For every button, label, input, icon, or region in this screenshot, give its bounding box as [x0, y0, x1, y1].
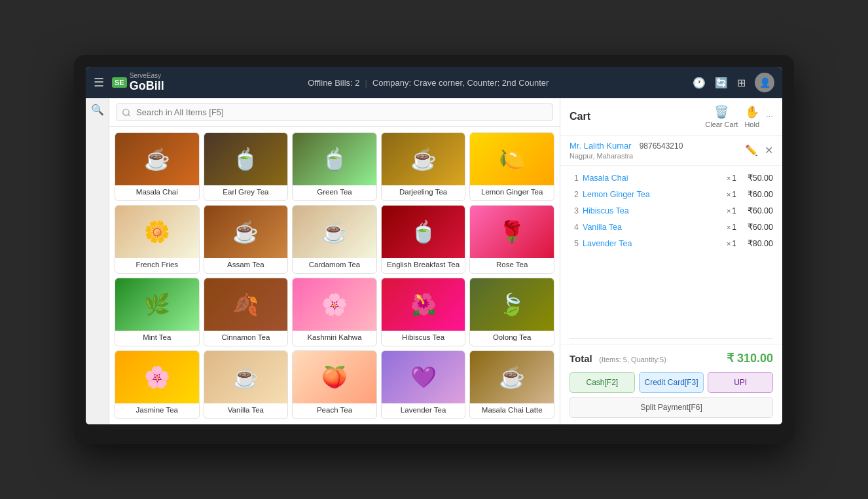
cart-item-qty-box: × 1	[727, 239, 736, 248]
item-card[interactable]: ☕ Vanilla Tea	[204, 350, 289, 419]
total-amount: ₹ 310.00	[727, 351, 773, 365]
cart-item-num: 2	[570, 190, 579, 199]
upi-button[interactable]: UPI	[708, 372, 773, 393]
item-card[interactable]: 🍂 Cinnamon Tea	[204, 278, 289, 346]
menu-icon[interactable]: ☰	[94, 75, 104, 90]
customer-name: Mr. Lalith Kumar	[570, 141, 632, 151]
item-card[interactable]: 🌿 Mint Tea	[115, 278, 200, 346]
item-card[interactable]: ☕ Masala Chai	[115, 132, 200, 201]
item-card[interactable]: ☕ Masala Chai Latte	[469, 350, 554, 419]
item-card[interactable]: 🍵 English Breakfast Tea	[381, 205, 466, 274]
cash-button[interactable]: Cash[F2]	[570, 372, 635, 393]
item-icon: 🍂	[232, 292, 259, 317]
item-label: Mint Tea	[115, 331, 199, 346]
item-label: Oolong Tea	[470, 331, 554, 346]
offline-bills-label: Offline Bills: 2	[308, 78, 359, 88]
sidebar-search-icon[interactable]: 🔍	[91, 103, 104, 116]
item-card[interactable]: 🍵 Green Tea	[292, 132, 377, 201]
customer-actions: ✏️ ✕	[741, 144, 773, 157]
item-card[interactable]: ☕ Cardamom Tea	[292, 205, 377, 274]
item-card[interactable]: 🍋 Lemon Ginger Tea	[469, 132, 554, 201]
item-label: Hibiscus Tea	[382, 331, 465, 346]
item-icon: ☕	[321, 219, 348, 244]
clock-icon[interactable]: 🕐	[693, 77, 706, 89]
laptop-frame: ☰ SE ServeEasy GoBill Offline Bills: 2 |…	[74, 55, 794, 443]
cart-separator	[570, 338, 773, 339]
total-label: Total	[570, 353, 592, 364]
cart-panel: Cart 🗑️ Clear Cart ✋ Hold ⋯	[560, 98, 782, 424]
edit-customer-icon[interactable]: ✏️	[745, 145, 758, 156]
cart-item-num: 5	[570, 239, 579, 248]
item-card[interactable]: 🌸 Kashmiri Kahwa	[292, 278, 377, 346]
item-label: Assam Tea	[204, 258, 288, 273]
cart-item-price: ₹60.00	[740, 222, 773, 232]
item-card[interactable]: ☕ Darjeeling Tea	[381, 132, 466, 201]
item-card[interactable]: 🌹 Rose Tea	[469, 205, 554, 274]
item-icon: 🌸	[321, 292, 348, 317]
cart-item-row: 1 Masala Chai × 1 ₹50.00	[560, 170, 782, 186]
item-label: Masala Chai	[115, 185, 199, 200]
item-image: 💜	[382, 351, 465, 403]
cart-item-name[interactable]: Hibiscus Tea	[583, 206, 723, 215]
cart-title: Cart	[570, 111, 590, 122]
user-avatar[interactable]: 👤	[755, 73, 774, 92]
cart-item-qty: 1	[732, 223, 736, 232]
item-icon: ☕	[144, 147, 170, 172]
cart-item-row: 2 Lemon Ginger Tea × 1 ₹60.00	[560, 186, 782, 202]
navbar: ☰ SE ServeEasy GoBill Offline Bills: 2 |…	[86, 67, 782, 98]
cart-items-list: 1 Masala Chai × 1 ₹50.00 2 Lemon Ginger …	[560, 166, 782, 332]
items-grid: ☕ Masala Chai 🍵 Earl Grey Tea 🍵 Green Te…	[109, 127, 560, 424]
item-label: Masala Chai Latte	[470, 403, 554, 418]
cart-item-qty-box: × 1	[727, 174, 736, 183]
cart-total-left: Total (Items: 5, Quantity:5)	[570, 353, 666, 365]
cart-item-price: ₹60.00	[740, 189, 773, 199]
item-icon: 🌺	[410, 292, 437, 317]
item-image: ☕	[470, 351, 554, 403]
screen: ☰ SE ServeEasy GoBill Offline Bills: 2 |…	[86, 67, 782, 424]
item-card[interactable]: 🌼 French Fries	[115, 205, 200, 274]
item-card[interactable]: 🌺 Hibiscus Tea	[381, 278, 466, 346]
cart-item-name[interactable]: Vanilla Tea	[583, 223, 723, 232]
logo-icon: SE	[112, 77, 127, 88]
cart-item-name[interactable]: Masala Chai	[583, 174, 723, 183]
item-card[interactable]: 🍃 Oolong Tea	[469, 278, 554, 346]
cart-item-price: ₹80.00	[740, 238, 773, 248]
customer-phone: 9876543210	[640, 141, 683, 151]
item-card[interactable]: 💜 Lavender Tea	[381, 350, 466, 419]
split-payment-button[interactable]: Split Payment[F6]	[570, 397, 773, 418]
item-icon: 🍵	[321, 147, 348, 172]
more-options-button[interactable]: ⋯	[766, 113, 773, 121]
item-image: ☕	[115, 133, 199, 185]
cart-item-name[interactable]: Lemon Ginger Tea	[583, 190, 723, 199]
remove-customer-icon[interactable]: ✕	[765, 145, 773, 156]
qty-multiply: ×	[727, 223, 731, 231]
item-icon: 🍃	[499, 292, 525, 317]
item-label: English Breakfast Tea	[382, 258, 465, 273]
item-label: Vanilla Tea	[204, 403, 288, 418]
item-image: ☕	[382, 133, 465, 185]
logo-text: GoBill	[130, 79, 164, 92]
search-input[interactable]	[116, 103, 553, 121]
item-image: 🍵	[204, 133, 288, 185]
item-icon: 🌸	[144, 365, 170, 390]
qty-multiply: ×	[727, 240, 731, 248]
item-card[interactable]: 🍵 Earl Grey Tea	[204, 132, 289, 201]
item-card[interactable]: ☕ Assam Tea	[204, 205, 289, 274]
item-icon: 🌿	[144, 292, 170, 317]
credit-card-button[interactable]: Credit Card[F3]	[639, 372, 704, 393]
left-sidebar: 🔍	[86, 98, 109, 424]
item-image: 🍵	[293, 133, 376, 185]
item-card[interactable]: 🍑 Peach Tea	[292, 350, 377, 419]
customer-name-row: Mr. Lalith Kumar 9876543210	[570, 141, 683, 151]
item-icon: ☕	[232, 219, 259, 244]
item-icon: ☕	[499, 365, 525, 390]
clear-cart-label: Clear Cart	[705, 120, 738, 128]
logo-sub: ServeEasy	[130, 73, 164, 79]
refresh-icon[interactable]: 🔄	[715, 77, 728, 89]
clear-cart-button[interactable]: 🗑️ Clear Cart	[705, 105, 738, 128]
cart-item-name[interactable]: Lavender Tea	[583, 239, 723, 248]
clear-cart-icon: 🗑️	[714, 105, 729, 119]
item-card[interactable]: 🌸 Jasmine Tea	[115, 350, 200, 419]
expand-icon[interactable]: ⊞	[737, 77, 746, 89]
hold-button[interactable]: ✋ Hold	[744, 105, 759, 128]
